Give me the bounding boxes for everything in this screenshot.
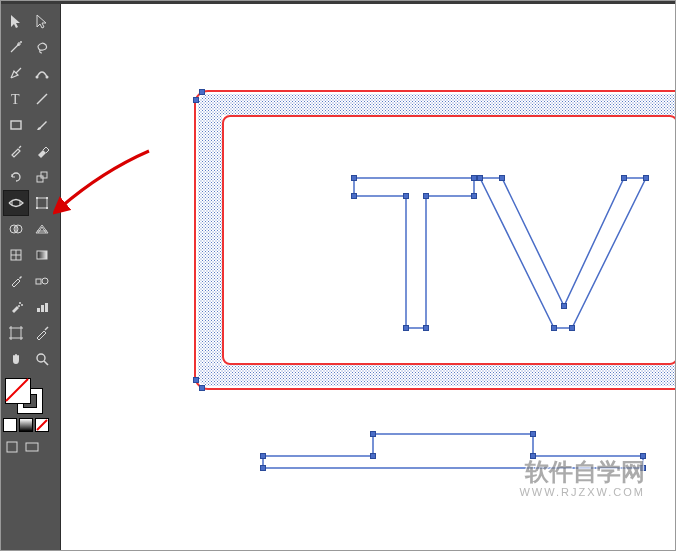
free-transform-tool[interactable] bbox=[29, 190, 55, 216]
hand-tool[interactable] bbox=[3, 346, 29, 372]
tools-panel: T bbox=[1, 4, 61, 551]
symbol-sprayer-tool[interactable] bbox=[3, 294, 29, 320]
anchor-point[interactable] bbox=[530, 431, 536, 437]
perspective-grid-tool[interactable] bbox=[29, 216, 55, 242]
svg-rect-25 bbox=[11, 328, 21, 338]
anchor-point[interactable] bbox=[530, 453, 536, 459]
selection-hatch bbox=[198, 115, 222, 365]
tv-stand-shape[interactable] bbox=[263, 422, 643, 468]
svg-rect-10 bbox=[46, 197, 48, 199]
magic-wand-tool[interactable] bbox=[3, 34, 29, 60]
anchor-point[interactable] bbox=[403, 193, 409, 199]
svg-rect-12 bbox=[46, 207, 48, 209]
paintbrush-tool[interactable] bbox=[29, 112, 55, 138]
pen-tool[interactable] bbox=[3, 60, 29, 86]
screen-mode-strip bbox=[1, 438, 60, 456]
blend-tool[interactable] bbox=[29, 268, 55, 294]
column-graph-tool[interactable] bbox=[29, 294, 55, 320]
width-tool[interactable] bbox=[3, 190, 29, 216]
fill-color-swatch[interactable] bbox=[5, 378, 31, 404]
artboard-tool[interactable] bbox=[3, 320, 29, 346]
shape-builder-tool[interactable] bbox=[3, 216, 29, 242]
svg-line-4 bbox=[37, 94, 47, 104]
svg-rect-11 bbox=[36, 207, 38, 209]
anchor-point[interactable] bbox=[260, 465, 266, 471]
type-tool[interactable]: T bbox=[3, 86, 29, 112]
svg-point-26 bbox=[37, 354, 45, 362]
svg-point-21 bbox=[18, 305, 20, 307]
anchor-point[interactable] bbox=[423, 325, 429, 331]
anchor-point[interactable] bbox=[499, 175, 505, 181]
rotate-tool[interactable] bbox=[3, 164, 29, 190]
slice-tool[interactable] bbox=[29, 320, 55, 346]
eyedropper-tool[interactable] bbox=[3, 268, 29, 294]
shaper-tool[interactable] bbox=[3, 138, 29, 164]
anchor-point[interactable] bbox=[193, 377, 199, 383]
gradient-tool[interactable] bbox=[29, 242, 55, 268]
anchor-point[interactable] bbox=[199, 385, 205, 391]
svg-rect-22 bbox=[37, 308, 40, 312]
svg-rect-17 bbox=[36, 279, 41, 284]
tv-text-outlines[interactable] bbox=[354, 140, 676, 360]
svg-rect-7 bbox=[41, 172, 47, 178]
svg-point-1 bbox=[36, 76, 39, 79]
scale-tool[interactable] bbox=[29, 164, 55, 190]
draw-mode-icon[interactable] bbox=[3, 438, 21, 456]
svg-line-27 bbox=[44, 361, 48, 365]
anchor-point[interactable] bbox=[640, 453, 646, 459]
line-segment-tool[interactable] bbox=[29, 86, 55, 112]
anchor-point[interactable] bbox=[640, 465, 646, 471]
anchor-point[interactable] bbox=[403, 325, 409, 331]
anchor-point[interactable] bbox=[569, 325, 575, 331]
anchor-point[interactable] bbox=[471, 193, 477, 199]
svg-rect-24 bbox=[45, 303, 48, 312]
rectangle-tool[interactable] bbox=[3, 112, 29, 138]
anchor-point[interactable] bbox=[351, 193, 357, 199]
svg-rect-16 bbox=[37, 251, 47, 259]
anchor-point[interactable] bbox=[370, 453, 376, 459]
anchor-point[interactable] bbox=[370, 431, 376, 437]
lasso-tool[interactable] bbox=[29, 34, 55, 60]
svg-line-28 bbox=[6, 379, 28, 401]
svg-text:T: T bbox=[11, 92, 20, 107]
anchor-point[interactable] bbox=[351, 175, 357, 181]
anchor-point[interactable] bbox=[260, 453, 266, 459]
selection-tool[interactable] bbox=[3, 8, 29, 34]
color-mode-gradient[interactable] bbox=[19, 418, 33, 432]
svg-point-20 bbox=[21, 304, 23, 306]
anchor-point[interactable] bbox=[561, 303, 567, 309]
mesh-tool[interactable] bbox=[3, 242, 29, 268]
fill-stroke-control[interactable] bbox=[1, 378, 60, 414]
zoom-tool[interactable] bbox=[29, 346, 55, 372]
svg-point-2 bbox=[46, 76, 49, 79]
svg-rect-8 bbox=[37, 198, 47, 208]
anchor-point[interactable] bbox=[423, 193, 429, 199]
anchor-point[interactable] bbox=[643, 175, 649, 181]
anchor-point[interactable] bbox=[199, 89, 205, 95]
color-mode-solid[interactable] bbox=[3, 418, 17, 432]
svg-point-19 bbox=[19, 302, 21, 304]
curvature-tool[interactable] bbox=[29, 60, 55, 86]
screen-mode-icon[interactable] bbox=[23, 438, 41, 456]
svg-rect-31 bbox=[26, 443, 38, 451]
color-mode-strip bbox=[1, 418, 60, 432]
direct-selection-tool[interactable] bbox=[29, 8, 55, 34]
svg-rect-9 bbox=[36, 197, 38, 199]
svg-line-29 bbox=[37, 420, 47, 430]
svg-point-18 bbox=[42, 278, 48, 284]
svg-rect-5 bbox=[11, 121, 21, 129]
eraser-tool[interactable] bbox=[29, 138, 55, 164]
selection-hatch bbox=[198, 365, 676, 386]
anchor-point[interactable] bbox=[621, 175, 627, 181]
canvas-artboard[interactable] bbox=[61, 4, 675, 550]
color-mode-none[interactable] bbox=[35, 418, 49, 432]
svg-rect-6 bbox=[37, 176, 43, 182]
anchor-point[interactable] bbox=[551, 325, 557, 331]
tv-screen-shape[interactable] bbox=[194, 90, 676, 390]
selection-hatch bbox=[198, 94, 676, 115]
anchor-point[interactable] bbox=[477, 175, 483, 181]
svg-rect-23 bbox=[41, 305, 44, 312]
anchor-point[interactable] bbox=[193, 97, 199, 103]
svg-point-0 bbox=[20, 41, 22, 43]
svg-rect-30 bbox=[7, 442, 17, 452]
